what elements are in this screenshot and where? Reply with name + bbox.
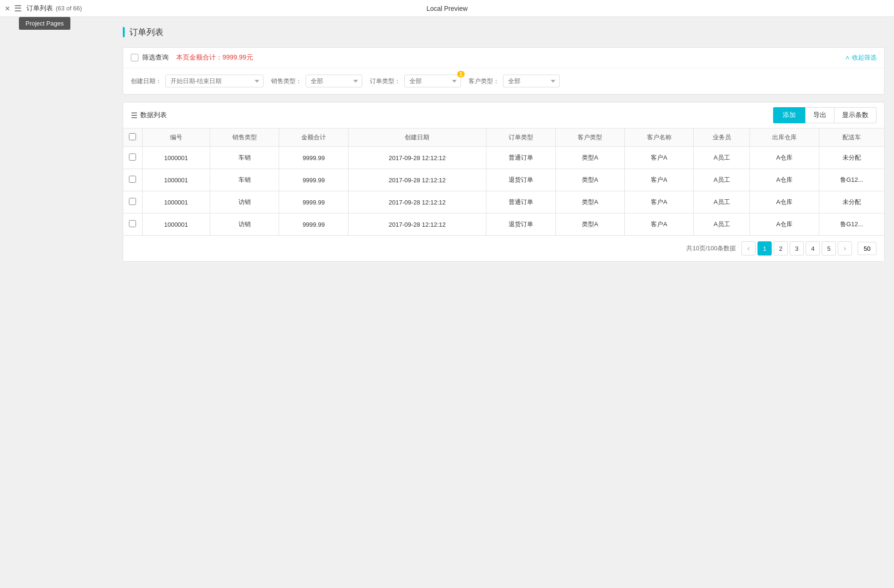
sales-type-label: 销售类型： xyxy=(271,77,302,85)
col-order-type: 订单类型 xyxy=(486,128,555,147)
cell-0-7: A员工 xyxy=(694,147,750,169)
cell-1-3: 2017-09-28 12:12:12 xyxy=(348,169,486,191)
row-checkbox-2[interactable] xyxy=(129,198,136,205)
cell-0-8: A仓库 xyxy=(750,147,819,169)
cell-1-7: A员工 xyxy=(694,169,750,191)
page-3-button[interactable]: 3 xyxy=(790,241,804,256)
col-sales-type: 销售类型 xyxy=(210,128,279,147)
cell-2-1: 访销 xyxy=(210,191,279,213)
date-filter: 创建日期： xyxy=(131,75,264,87)
order-type-label: 订单类型： xyxy=(370,77,400,85)
page-5-button[interactable]: 5 xyxy=(822,241,836,256)
cell-3-7: A员工 xyxy=(694,213,750,236)
cell-0-6: 客户A xyxy=(624,147,693,169)
cell-2-9: 未分配 xyxy=(819,191,884,213)
table-row: 1000001车销9999.992017-09-28 12:12:12普通订单类… xyxy=(123,147,884,169)
cell-2-0: 1000001 xyxy=(142,191,210,213)
col-salesperson: 业务员 xyxy=(694,128,750,147)
order-type-select[interactable]: 全部 xyxy=(404,75,461,87)
table-wrapper: 编号 销售类型 金额合计 创建日期 订单类型 客户类型 客户名称 业务员 出库仓… xyxy=(123,128,884,235)
row-checkbox-3[interactable] xyxy=(129,220,136,227)
cell-3-3: 2017-09-28 12:12:12 xyxy=(348,213,486,236)
cell-0-2: 9999.99 xyxy=(279,147,348,169)
menu-icon[interactable]: ☰ xyxy=(14,3,22,14)
cell-2-4: 普通订单 xyxy=(486,191,555,213)
cell-1-8: A仓库 xyxy=(750,169,819,191)
page-title-wrap: 订单列表 xyxy=(123,26,885,38)
cell-1-0: 1000001 xyxy=(142,169,210,191)
page-1-button[interactable]: 1 xyxy=(758,241,772,256)
close-button[interactable]: ✕ xyxy=(5,5,10,12)
row-checkbox-0[interactable] xyxy=(129,153,136,161)
order-type-filter: 订单类型： 全部 1 xyxy=(370,75,461,87)
cell-2-2: 9999.99 xyxy=(279,191,348,213)
sales-type-filter: 销售类型： 全部 xyxy=(271,75,362,87)
filter-checkbox[interactable] xyxy=(131,54,138,61)
cell-2-8: A仓库 xyxy=(750,191,819,213)
order-type-badge: 1 xyxy=(457,71,465,77)
row-checkbox-1[interactable] xyxy=(129,176,136,183)
cell-3-9: 鲁G12... xyxy=(819,213,884,236)
add-button[interactable]: 添加 xyxy=(773,107,805,123)
customer-type-label: 客户类型： xyxy=(468,77,499,85)
data-header: ☰ 数据列表 添加 导出 显示条数 xyxy=(123,102,884,128)
prev-page-button[interactable]: ‹ xyxy=(741,241,756,256)
select-all-checkbox[interactable] xyxy=(129,133,136,140)
filter-title: 筛选查询 xyxy=(142,53,169,62)
cell-2-6: 客户A xyxy=(624,191,693,213)
header-checkbox-cell xyxy=(123,128,142,147)
cell-1-2: 9999.99 xyxy=(279,169,348,191)
table-row: 1000001访销9999.992017-09-28 12:12:12普通订单类… xyxy=(123,191,884,213)
page-jump-input[interactable] xyxy=(858,242,877,255)
cell-0-0: 1000001 xyxy=(142,147,210,169)
sales-type-select[interactable]: 全部 xyxy=(306,75,362,87)
cols-button[interactable]: 显示条数 xyxy=(834,107,877,123)
col-id: 编号 xyxy=(142,128,210,147)
table-header: 编号 销售类型 金额合计 创建日期 订单类型 客户类型 客户名称 业务员 出库仓… xyxy=(123,128,884,147)
cell-2-7: A员工 xyxy=(694,191,750,213)
cell-1-5: 类型A xyxy=(555,169,624,191)
table-row: 1000001访销9999.992017-09-28 12:12:12退货订单类… xyxy=(123,213,884,236)
cell-1-1: 车销 xyxy=(210,169,279,191)
cell-0-4: 普通订单 xyxy=(486,147,555,169)
page-tab-title: 订单列表 xyxy=(26,4,53,13)
col-amount: 金额合计 xyxy=(279,128,348,147)
pagination-bar: 共10页/100条数据 ‹ 1 2 3 4 5 › xyxy=(123,235,884,261)
tab-count: (63 of 66) xyxy=(56,5,82,12)
date-input[interactable] xyxy=(165,75,264,87)
cell-3-4: 退货订单 xyxy=(486,213,555,236)
cell-3-6: 客户A xyxy=(624,213,693,236)
filter-body: 创建日期： 销售类型： 全部 订单类型： 全部 1 客户类型： xyxy=(123,68,884,94)
data-list-title: ☰ 数据列表 xyxy=(131,111,167,120)
customer-type-select[interactable]: 全部 xyxy=(503,75,560,87)
cell-0-3: 2017-09-28 12:12:12 xyxy=(348,147,486,169)
page-4-button[interactable]: 4 xyxy=(806,241,820,256)
cell-3-8: A仓库 xyxy=(750,213,819,236)
export-button[interactable]: 导出 xyxy=(805,107,834,123)
cell-1-4: 退货订单 xyxy=(486,169,555,191)
col-delivery: 配送车 xyxy=(819,128,884,147)
date-label: 创建日期： xyxy=(131,77,162,85)
col-warehouse: 出库仓库 xyxy=(750,128,819,147)
page-2-button[interactable]: 2 xyxy=(774,241,788,256)
next-page-button[interactable]: › xyxy=(838,241,852,256)
col-date: 创建日期 xyxy=(348,128,486,147)
filter-header: 筛选查询 本页金额合计：9999.99元 ∧ 收起筛选 xyxy=(123,48,884,68)
col-customer-type: 客户类型 xyxy=(555,128,624,147)
cell-0-1: 车销 xyxy=(210,147,279,169)
header-row: 编号 销售类型 金额合计 创建日期 订单类型 客户类型 客户名称 业务员 出库仓… xyxy=(123,128,884,147)
cell-1-6: 客户A xyxy=(624,169,693,191)
filter-collapse-button[interactable]: ∧ 收起筛选 xyxy=(845,53,877,62)
cell-0-5: 类型A xyxy=(555,147,624,169)
page-title: 订单列表 xyxy=(129,26,163,38)
cell-2-3: 2017-09-28 12:12:12 xyxy=(348,191,486,213)
customer-type-filter: 客户类型： 全部 xyxy=(468,75,560,87)
table-row: 1000001车销9999.992017-09-28 12:12:12退货订单类… xyxy=(123,169,884,191)
filter-section: 筛选查询 本页金额合计：9999.99元 ∧ 收起筛选 创建日期： 销售类型： … xyxy=(123,47,885,94)
top-bar: ✕ ☰ 订单列表 (63 of 66) Local Preview xyxy=(0,0,894,17)
page-jump xyxy=(858,242,877,255)
cell-3-1: 访销 xyxy=(210,213,279,236)
data-actions: 添加 导出 显示条数 xyxy=(773,107,877,123)
main-content: 订单列表 筛选查询 本页金额合计：9999.99元 ∧ 收起筛选 创建日期： 销… xyxy=(0,17,894,588)
orders-table: 编号 销售类型 金额合计 创建日期 订单类型 客户类型 客户名称 业务员 出库仓… xyxy=(123,128,884,235)
